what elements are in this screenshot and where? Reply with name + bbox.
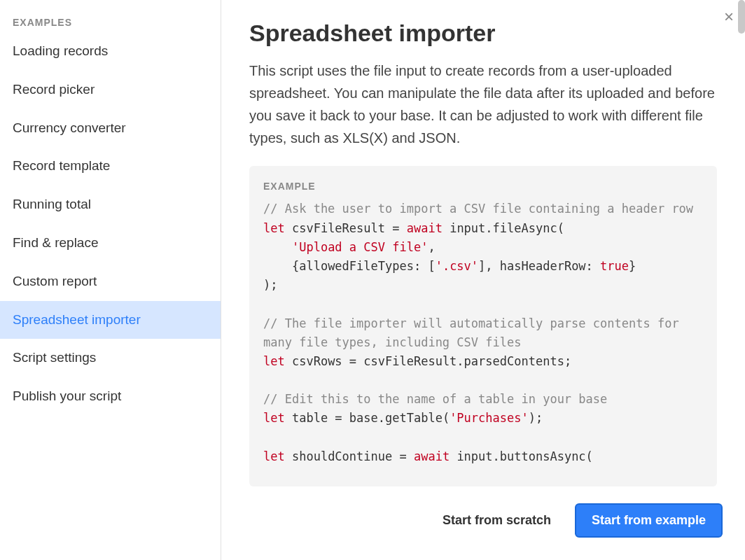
code-token-plain: ); <box>529 411 543 425</box>
code-token-plain <box>263 240 292 254</box>
close-icon[interactable]: × <box>721 6 737 28</box>
app-root: EXAMPLES Loading recordsRecord pickerCur… <box>0 0 745 560</box>
code-token-keyword: let <box>263 221 285 235</box>
scrollbar[interactable] <box>738 0 745 34</box>
sidebar-item-spreadsheet-importer[interactable]: Spreadsheet importer <box>0 301 221 340</box>
code-example-block: EXAMPLE // Ask the user to import a CSV … <box>249 166 717 486</box>
footer: Start from scratch Start from example <box>221 486 745 560</box>
sidebar-item-find-replace[interactable]: Find & replace <box>0 224 221 262</box>
sidebar-item-loading-records[interactable]: Loading records <box>0 32 221 71</box>
code-token-plain: table = base.getTable( <box>285 411 450 425</box>
code-token-plain: ); <box>263 278 277 292</box>
page-description: This script uses the file input to creat… <box>249 59 717 149</box>
sidebar-item-running-total[interactable]: Running total <box>0 186 221 224</box>
sidebar: EXAMPLES Loading recordsRecord pickerCur… <box>0 0 221 560</box>
sidebar-item-currency-converter[interactable]: Currency converter <box>0 109 221 148</box>
content: Spreadsheet importer This script uses th… <box>221 0 745 486</box>
code-token-plain: } <box>629 259 636 273</box>
sidebar-item-publish-your-script[interactable]: Publish your script <box>0 377 221 416</box>
code-token-await: await <box>414 449 450 463</box>
start-from-example-button[interactable]: Start from example <box>575 503 723 538</box>
main-panel: × Spreadsheet importer This script uses … <box>221 0 745 560</box>
code-token-comment: // Ask the user to import a CSV file con… <box>263 202 693 216</box>
code-example-content: // Ask the user to import a CSV file con… <box>263 200 703 466</box>
sidebar-item-custom-report[interactable]: Custom report <box>0 262 221 301</box>
code-token-plain: , <box>428 240 435 254</box>
code-token-plain: csvRows = csvFileResult.parsedContents; <box>285 354 571 368</box>
page-title: Spreadsheet importer <box>249 20 717 47</box>
sidebar-item-record-template[interactable]: Record template <box>0 147 221 186</box>
code-token-comment: // Edit this to the name of a table in y… <box>263 392 607 406</box>
start-from-scratch-button[interactable]: Start from scratch <box>438 506 555 535</box>
code-token-keyword: let <box>263 411 285 425</box>
code-token-keyword: let <box>263 449 285 463</box>
code-token-string: 'Upload a CSV file' <box>292 240 428 254</box>
code-token-comment: // The file importer will automatically … <box>263 316 686 349</box>
code-example-label: EXAMPLE <box>263 178 703 194</box>
code-token-await: await <box>407 221 443 235</box>
code-token-plain: csvFileResult = <box>285 221 407 235</box>
code-token-string: 'Purchases' <box>450 411 529 425</box>
code-token-plain: shouldContinue = <box>285 449 414 463</box>
code-token-string: '.csv' <box>436 259 478 273</box>
code-token-plain: input.buttonsAsync( <box>450 449 593 463</box>
sidebar-item-script-settings[interactable]: Script settings <box>0 339 221 377</box>
code-token-keyword: let <box>263 354 285 368</box>
code-token-plain: ], hasHeaderRow: <box>478 259 600 273</box>
sidebar-list: Loading recordsRecord pickerCurrency con… <box>0 32 221 416</box>
code-token-bool: true <box>600 259 629 273</box>
code-token-plain: {allowedFileTypes: [ <box>263 259 436 273</box>
sidebar-item-record-picker[interactable]: Record picker <box>0 71 221 109</box>
code-token-plain: input.fileAsync( <box>443 221 564 235</box>
sidebar-header: EXAMPLES <box>0 10 221 32</box>
